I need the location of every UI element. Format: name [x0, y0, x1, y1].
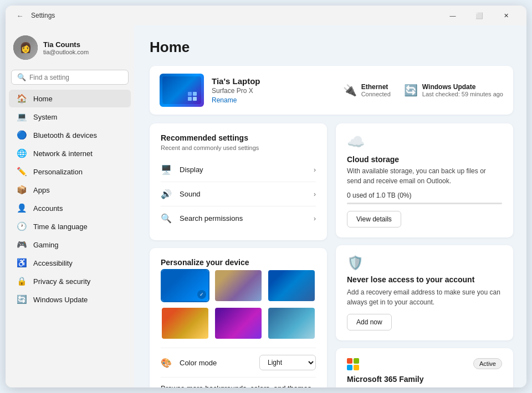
sidebar-item-label-network: Network & internet [33, 149, 93, 158]
color-mode-select[interactable]: Light Dark Custom [259, 355, 316, 370]
setting-item-sound[interactable]: 🔊 Sound › [161, 182, 316, 206]
windows-logo-thumb [188, 92, 197, 101]
sidebar-item-personalization[interactable]: ✏️ Personalization [9, 163, 131, 180]
storage-text: 0 used of 1.0 TB (0%) [347, 192, 502, 199]
cloud-description: With available storage, you can back up … [347, 166, 502, 186]
display-setting-label: Display [180, 166, 314, 174]
settings-window: ← Settings — ⬜ ✕ 👩 Tia Counts tia@outloo… [6, 6, 526, 387]
search-setting-icon: 🔍 [161, 213, 173, 224]
setting-item-display[interactable]: 🖥️ Display › [161, 158, 316, 182]
storage-bar [347, 203, 502, 204]
sidebar-item-time[interactable]: 🕐 Time & language [9, 218, 131, 235]
sidebar-item-bluetooth[interactable]: 🔵 Bluetooth & devices [9, 126, 131, 144]
display-setting-icon: 🖥️ [161, 164, 173, 175]
ethernet-info: Ethernet Connected [361, 83, 391, 97]
titlebar: ← Settings — ⬜ ✕ [6, 6, 526, 25]
sidebar-item-label-personalization: Personalization [33, 168, 83, 176]
m365-title: Microsoft 365 Family [347, 375, 502, 384]
home-icon: 🏠 [17, 94, 27, 104]
app-body: 👩 Tia Counts tia@outlook.com 🔍 🏠 Home 💻 … [6, 25, 526, 387]
recommended-subtitle: Recent and commonly used settings [161, 144, 316, 151]
view-details-button[interactable]: View details [347, 211, 401, 227]
sidebar-item-label-home: Home [33, 95, 53, 103]
add-now-button[interactable]: Add now [347, 314, 392, 330]
close-button[interactable]: ✕ [493, 6, 519, 25]
theme-2[interactable] [214, 269, 263, 302]
color-mode-row: 🎨 Color mode Light Dark Custom [161, 348, 316, 377]
cloud-icon: ☁️ [347, 133, 502, 151]
personalize-card: Personalize your device ✓ [150, 248, 327, 387]
theme-1[interactable]: ✓ [161, 269, 209, 302]
device-thumbnail [160, 74, 204, 107]
page-title: Home [150, 39, 513, 56]
search-input[interactable] [29, 74, 122, 81]
maximize-button[interactable]: ⬜ [467, 6, 492, 25]
sidebar-item-label-time: Time & language [33, 223, 88, 231]
account-security-card: 🛡️ Never lose access to your account Add… [336, 245, 513, 340]
theme-6[interactable] [267, 307, 316, 340]
sidebar-item-apps[interactable]: 📦 Apps [9, 181, 131, 199]
bluetooth-icon: 🔵 [17, 130, 27, 140]
search-box[interactable]: 🔍 [11, 70, 129, 85]
device-card: Tia's Laptop Surface Pro X Rename 🔌 Ethe… [150, 66, 513, 115]
color-mode-icon: 🎨 [161, 358, 173, 368]
user-email: tia@outlook.com [43, 49, 89, 55]
sidebar-item-gaming[interactable]: 🎮 Gaming [9, 236, 131, 254]
network-icon: 🌐 [17, 148, 27, 158]
user-info: Tia Counts tia@outlook.com [43, 40, 89, 55]
sidebar-item-label-bluetooth: Bluetooth & devices [33, 131, 97, 139]
m365-header: Active [347, 358, 502, 370]
sidebar-item-home[interactable]: 🏠 Home [9, 90, 131, 107]
theme-3[interactable] [267, 269, 316, 302]
cloud-card: ☁️ Cloud storage With available storage,… [336, 123, 513, 237]
gaming-icon: 🎮 [17, 240, 27, 250]
shield-icon: 🛡️ [347, 255, 502, 271]
color-mode-label: Color mode [180, 359, 259, 367]
search-setting-label: Search permissions [180, 214, 314, 223]
sidebar-item-system[interactable]: 💻 System [9, 108, 131, 126]
browse-backgrounds-row[interactable]: Browse more backgrounds, colors, and the… [161, 377, 316, 387]
theme-3-bg [268, 270, 315, 301]
personalize-title: Personalize your device [161, 258, 316, 267]
sidebar-item-accessibility[interactable]: ♿ Accessibility [9, 254, 131, 272]
device-thumb-inner [162, 76, 201, 104]
theme-4[interactable] [161, 307, 209, 340]
user-profile: 👩 Tia Counts tia@outlook.com [6, 30, 134, 68]
device-model: Surface Pro X [212, 87, 335, 95]
sidebar-item-label-privacy: Privacy & security [33, 277, 90, 286]
setting-item-search[interactable]: 🔍 Search permissions › [161, 206, 316, 230]
account-security-title: Never lose access to your account [347, 275, 502, 284]
sidebar-item-update[interactable]: 🔄 Windows Update [9, 291, 131, 308]
sidebar-item-accounts[interactable]: 👤 Accounts [9, 199, 131, 217]
content-row: Recommended settings Recent and commonly… [150, 123, 513, 387]
minimize-button[interactable]: — [440, 6, 466, 25]
window-title: Settings [31, 12, 440, 19]
display-chevron-icon: › [314, 166, 316, 174]
update-icon: 🔄 [17, 294, 27, 304]
sidebar-item-privacy[interactable]: 🔒 Privacy & security [9, 272, 131, 290]
sidebar-item-label-accessibility: Accessibility [33, 259, 73, 267]
back-button[interactable]: ← [13, 9, 27, 22]
accounts-icon: 👤 [17, 203, 27, 213]
search-chevron-icon: › [314, 215, 316, 223]
accessibility-icon: ♿ [17, 258, 27, 268]
device-rename-link[interactable]: Rename [212, 96, 237, 104]
personalization-icon: ✏️ [17, 167, 27, 177]
cloud-title: Cloud storage [347, 155, 502, 164]
status-ethernet: 🔌 Ethernet Connected [343, 83, 391, 97]
sidebar-item-network[interactable]: 🌐 Network & internet [9, 144, 131, 162]
account-security-description: Add a recovery email address to make sur… [347, 287, 502, 307]
theme-5[interactable] [214, 307, 263, 340]
privacy-icon: 🔒 [17, 276, 27, 286]
left-column: Recommended settings Recent and commonly… [150, 123, 327, 387]
windows-update-label: Windows Update [422, 83, 503, 91]
m365-description: You have 1 TB of cloud storage and can u… [347, 387, 502, 387]
device-status-items: 🔌 Ethernet Connected 🔄 Windows Update La… [343, 83, 503, 97]
search-icon: 🔍 [17, 73, 26, 81]
device-name: Tia's Laptop [212, 76, 335, 86]
nav-container: 🏠 Home 💻 System 🔵 Bluetooth & devices 🌐 … [6, 89, 134, 309]
browse-chevron-icon: › [314, 385, 316, 388]
sidebar: 👩 Tia Counts tia@outlook.com 🔍 🏠 Home 💻 … [6, 25, 134, 387]
system-icon: 💻 [17, 112, 27, 122]
windows-update-status: Last checked: 59 minutes ago [422, 91, 503, 97]
